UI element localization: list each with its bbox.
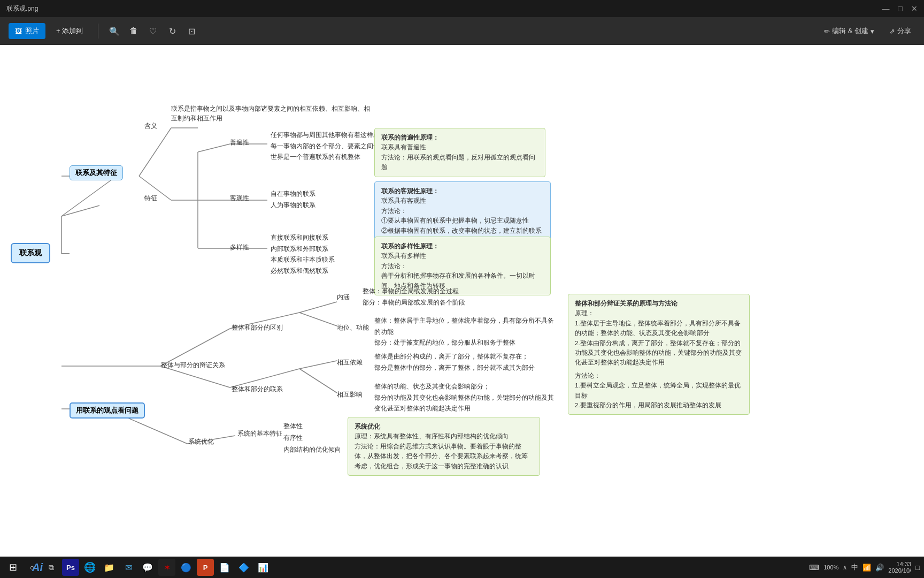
svg-line-27 [299,369,337,393]
crop-button[interactable]: ⊡ [184,24,199,39]
yingxiang-items: 整体的功能、状态及其变化会影响部分； 部分的功能及其变化也会影响整体的功能，关键… [374,381,556,414]
label-xianghu-yilai: 相互依赖 [337,358,363,367]
taskbar-edge[interactable]: 🌐 [81,559,98,576]
taskbar-powerpoint[interactable]: P [197,559,214,576]
duoyang-items: 直接联系和间接联系 内部联系和外部联系 本质联系和非本质联系 必然联系和偶然联系 [271,232,335,277]
label-qubie: 整体和部分的区别 [232,323,283,332]
edit-icon: ✏ [824,27,830,35]
rotate-button[interactable]: ↻ [165,24,180,39]
svg-line-23 [299,302,337,313]
zoom-in-button[interactable]: 🔍 [107,24,122,39]
label-zhengti-bianzhen: 整体与部分的辩证关系 [161,361,225,370]
taskbar-mail[interactable]: ✉ [120,559,137,576]
info-xitong: 系统优化 原理：系统具有整体性、有序性和内部结构的优化倾向 方法论：用综合的思维… [348,417,540,476]
svg-line-8 [139,128,171,176]
minimize-button[interactable]: — [882,4,890,13]
add-to-button[interactable]: + 添加到 [50,23,89,39]
taskbar-explorer[interactable]: 📁 [101,559,118,576]
central-node: 联系观 [11,243,50,263]
share-button[interactable]: ⇗ 分享 [885,24,915,38]
node-yonglianxi: 用联系的观点看问题 [70,402,145,419]
ime-icon[interactable]: 中 [851,562,858,572]
label-xitong-tezheng: 系统的基本特征 [237,429,282,438]
share-icon: ⇗ [889,27,895,35]
separator-1 [98,24,98,39]
task-view-button[interactable]: ⧉ [43,559,60,576]
system-tray: ⌨ 100% ∧ 中 📶 🔊 14:33 2020/10/ □ [809,561,920,574]
taskbar-app2[interactable]: 🔷 [235,559,252,576]
label-keguan: 客观性 [230,194,249,203]
window-controls[interactable]: — □ ✕ [882,4,918,13]
keyboard-icon[interactable]: ⌨ [809,564,819,572]
info-pubian: 联系的普遍性原理： 联系具有普遍性 方法论：用联系的观点看问题，反对用孤立的观点… [374,128,545,177]
toolbar-right: ✏ 编辑 & 创建 ▾ ⇗ 分享 [820,24,915,38]
photos-button[interactable]: 🖼 照片 [9,23,45,39]
wifi-icon[interactable]: 📶 [863,564,871,572]
photos-icon: 🖼 [15,27,22,35]
taskbar: ⊞ ○ ⧉ Ps 🌐 📁 ✉ 💬 ✶ 🔵 P 📄 🔷 📊 Ai ⌨ 100% ∧… [0,557,924,578]
label-xitong: 系统优化 [188,437,214,446]
maximize-button[interactable]: □ [898,4,903,13]
info-zhengti-bianzhen: 整体和部分辩证关系的原理与方法论 原理： 1.整体居于主导地位，整体统率着部分，… [568,294,750,415]
taskbar-pdf[interactable]: 📄 [216,559,233,576]
taskbar-photoshop[interactable]: Ps [62,559,79,576]
svg-line-26 [299,361,337,369]
title-bar-text: 联系观.png [6,4,38,13]
label-lianxi: 整体和部分的联系 [232,385,283,394]
label-hanyi: 含义 [144,121,157,131]
label-diwei: 地位、功能 [337,323,369,332]
taskbar-app3[interactable]: 📊 [255,559,272,576]
keguan-items: 自在事物的联系 人为事物的联系 [271,188,315,210]
xitong-items: 整体性 有序性 内部结构的优化倾向 [283,421,341,456]
start-button[interactable]: ⊞ [4,559,21,576]
chevron-icon[interactable]: ∧ [843,564,847,571]
delete-button[interactable]: 🗑 [126,24,141,39]
clock: 14:33 2020/10/ [888,561,911,574]
info-keguan: 联系的客观性原理： 联系具有客观性 方法论： ①要从事物固有的联系中把握事物，切… [374,181,551,240]
label-tezheng: 特征 [144,194,157,203]
yilai-items: 整体是由部分构成的，离开了部分，整体就不复存在； 部分是整体中的部分，离开了整体… [374,351,535,373]
main-content: 联系观 含义 联系是指事物之间以及事物内部诸要素之间的相互依赖、相互影响、相互制… [0,45,924,557]
neihan-items: 整体：事物的全局或发展的全过程 部分：事物的局部或发展的各个阶段 [363,286,465,308]
taskbar-chrome[interactable]: 🔵 [178,559,195,576]
label-neihan: 内涵 [337,293,350,302]
taskbar-app1[interactable]: ✶ [158,559,175,576]
chevron-down-icon: ▾ [871,27,874,35]
title-bar: 联系观.png — □ ✕ [0,0,924,17]
notification-button[interactable]: □ [915,564,920,572]
diwei-items: 整体：整体居于主导地位，整体统率着部分，具有部分所不具备的功能 部分：处于被支配… [374,315,556,348]
node-lianxi-tezheng: 联系及其特征 [70,165,123,180]
hanyi-text: 联系是指事物之间以及事物内部诸要素之间的相互依赖、相互影响、相互制约和相互作用 [171,104,374,124]
speaker-icon[interactable]: 🔊 [875,564,884,572]
svg-line-24 [299,313,337,326]
svg-line-13 [198,144,230,152]
svg-line-3 [61,206,99,216]
add-to-label: + 添加到 [56,26,83,36]
photos-label: 照片 [25,26,39,36]
zoom-level: 100% [823,564,838,571]
ai-logo: Ai [32,557,43,578]
close-button[interactable]: ✕ [911,4,918,13]
favorite-button[interactable]: ♡ [145,24,160,39]
edit-label: 编辑 & 创建 [832,26,868,36]
share-label: 分享 [897,26,911,36]
edit-create-button[interactable]: ✏ 编辑 & 创建 ▾ [820,24,879,38]
taskbar-wechat[interactable]: 💬 [139,559,156,576]
toolbar: 🖼 照片 + 添加到 🔍 🗑 ♡ ↻ ⊡ ✏ 编辑 & 创建 ▾ ⇗ 分享 [0,17,924,45]
label-pubian: 普遍性 [230,138,249,147]
label-duoyang: 多样性 [230,243,249,252]
label-xianghu-yingxiang: 相互影响 [337,390,363,399]
